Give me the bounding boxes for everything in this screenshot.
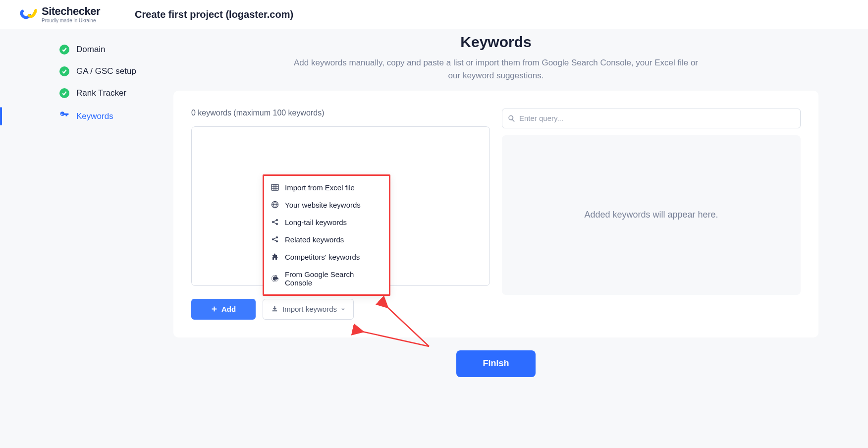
sidebar-item-label: Rank Tracker — [76, 88, 126, 98]
finish-button-label: Finish — [483, 358, 509, 369]
svg-point-15 — [272, 238, 274, 240]
brand-tagline: Proudly made in Ukraine — [42, 18, 100, 23]
dropdown-item-website[interactable]: Your website keywords — [264, 196, 389, 214]
dropdown-item-competitors[interactable]: Competitors' keywords — [264, 248, 389, 266]
sidebar-item-rank-tracker[interactable]: Rank Tracker — [59, 82, 168, 104]
globe-icon — [271, 201, 279, 209]
project-title: Create first project (logaster.com) — [135, 9, 293, 20]
key-icon — [59, 110, 69, 122]
sidebar-item-keywords[interactable]: Keywords — [59, 104, 168, 128]
search-icon — [508, 114, 515, 122]
sidebar: Domain GA / GSC setup Rank Tracker Keywo… — [0, 34, 168, 377]
check-icon — [59, 88, 69, 98]
check-icon — [59, 45, 69, 55]
dropdown-item-related[interactable]: Related keywords — [264, 231, 389, 248]
dropdown-item-label: Related keywords — [285, 235, 344, 244]
google-icon — [271, 275, 279, 282]
dropdown-item-label: Import from Excel file — [285, 183, 355, 192]
dropdown-item-excel[interactable]: Import from Excel file — [264, 179, 389, 196]
sidebar-item-label: GA / GSC setup — [76, 66, 136, 76]
svg-line-21 — [362, 332, 429, 346]
dropdown-item-longtail[interactable]: Long-tail keywords — [264, 214, 389, 231]
caret-down-icon — [341, 305, 345, 313]
import-button-label: Import keywords — [282, 305, 337, 313]
dropdown-item-label: From Google Search Console — [285, 270, 382, 287]
add-button[interactable]: Add — [191, 299, 256, 320]
keyword-count-label: 0 keywords (maximum 100 keywords) — [191, 109, 490, 119]
svg-line-19 — [274, 240, 276, 241]
page-title: Keywords — [173, 34, 818, 51]
dropdown-item-gsc[interactable]: From Google Search Console — [264, 266, 389, 291]
import-dropdown: Import from Excel file Your website keyw… — [263, 174, 390, 296]
svg-point-12 — [276, 223, 278, 225]
logo[interactable]: Sitechecker Proudly made in Ukraine — [20, 6, 100, 23]
puzzle-icon — [271, 253, 279, 261]
import-keywords-button[interactable]: Import keywords — [263, 299, 354, 320]
svg-line-14 — [274, 223, 276, 224]
query-input[interactable] — [502, 109, 801, 128]
placeholder-text: Added keywords will appear here. — [584, 208, 718, 222]
svg-point-17 — [276, 240, 278, 242]
sidebar-item-label: Domain — [76, 45, 106, 55]
added-keywords-placeholder: Added keywords will appear here. — [502, 135, 801, 295]
plus-icon — [211, 306, 217, 312]
add-button-label: Add — [221, 305, 236, 313]
svg-rect-2 — [271, 184, 278, 190]
sidebar-item-domain[interactable]: Domain — [59, 39, 168, 60]
main-card: 0 keywords (maximum 100 keywords) Add Im… — [173, 91, 818, 337]
svg-line-18 — [274, 238, 276, 239]
svg-point-11 — [276, 219, 278, 221]
share-icon — [271, 218, 279, 226]
download-icon — [271, 305, 278, 314]
svg-line-13 — [274, 221, 276, 222]
page-subtitle: Add keywords manually, copy and paste a … — [293, 56, 699, 83]
sidebar-item-label: Keywords — [76, 112, 113, 121]
page-header: Keywords Add keywords manually, copy and… — [173, 34, 818, 83]
sidebar-item-ga-gsc[interactable]: GA / GSC setup — [59, 60, 168, 82]
topbar: Sitechecker Proudly made in Ukraine Crea… — [0, 0, 868, 29]
excel-icon — [271, 183, 279, 191]
share-icon — [271, 235, 279, 243]
svg-point-16 — [276, 236, 278, 238]
svg-point-10 — [272, 221, 274, 223]
finish-button[interactable]: Finish — [456, 350, 536, 377]
dropdown-item-label: Competitors' keywords — [285, 253, 360, 261]
logo-mark-icon — [20, 7, 37, 22]
check-icon — [59, 66, 69, 76]
dropdown-item-label: Your website keywords — [285, 201, 361, 209]
dropdown-item-label: Long-tail keywords — [285, 218, 347, 226]
brand-name: Sitechecker — [42, 6, 100, 17]
